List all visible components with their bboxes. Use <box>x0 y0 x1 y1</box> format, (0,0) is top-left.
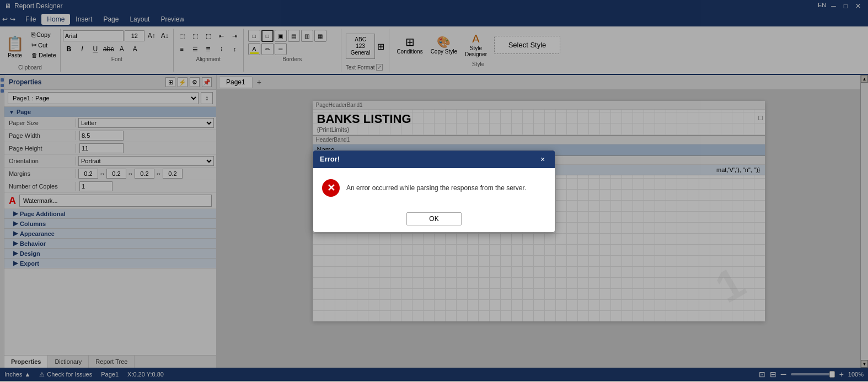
modal-close-button[interactable]: × <box>537 154 548 165</box>
modal-header: Error! × <box>313 150 555 168</box>
error-dialog: Error! × ✕ An error occurred while parsi… <box>313 150 555 233</box>
modal-message: An error occurred while parsing the resp… <box>346 184 526 192</box>
modal-footer: OK <box>313 208 555 232</box>
modal-body: ✕ An error occurred while parsing the re… <box>313 168 555 208</box>
modal-overlay[interactable]: Error! × ✕ An error occurred while parsi… <box>0 0 868 382</box>
modal-title: Error! <box>320 155 340 163</box>
error-icon: ✕ <box>322 179 340 197</box>
modal-ok-button[interactable]: OK <box>406 212 461 225</box>
